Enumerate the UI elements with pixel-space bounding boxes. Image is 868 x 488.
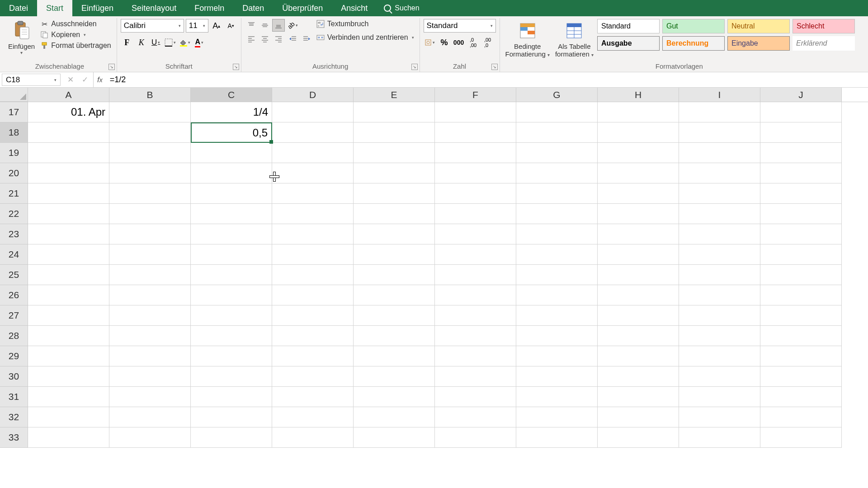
cell-D18[interactable] bbox=[272, 122, 354, 143]
cell-E24[interactable] bbox=[354, 244, 435, 265]
cell-F26[interactable] bbox=[435, 285, 516, 305]
fx-icon[interactable]: fx bbox=[94, 72, 106, 87]
cell-A29[interactable] bbox=[28, 346, 109, 366]
cell-E18[interactable] bbox=[354, 122, 435, 143]
cell-G25[interactable] bbox=[516, 265, 598, 285]
cell-H33[interactable] bbox=[598, 427, 679, 448]
font-dialog-launcher[interactable]: ↘ bbox=[233, 64, 239, 70]
cell-H29[interactable] bbox=[598, 346, 679, 366]
cell-F23[interactable] bbox=[435, 224, 516, 244]
style-gut[interactable]: Gut bbox=[662, 19, 725, 33]
cell-E28[interactable] bbox=[354, 326, 435, 346]
cut-button[interactable]: ✂ Ausschneiden bbox=[38, 19, 113, 29]
cell-B32[interactable] bbox=[109, 407, 191, 427]
cell-J31[interactable] bbox=[760, 387, 842, 407]
cell-H22[interactable] bbox=[598, 204, 679, 224]
menu-datei[interactable]: Datei bbox=[0, 0, 37, 16]
cell-J30[interactable] bbox=[760, 366, 842, 387]
number-format-combo[interactable]: Standard▾ bbox=[424, 19, 496, 33]
cell-B33[interactable] bbox=[109, 427, 191, 448]
cell-E27[interactable] bbox=[354, 305, 435, 326]
cell-H30[interactable] bbox=[598, 366, 679, 387]
cell-H19[interactable] bbox=[598, 143, 679, 163]
clipboard-dialog-launcher[interactable]: ↘ bbox=[108, 64, 115, 70]
cell-D17[interactable] bbox=[272, 102, 354, 122]
cell-A27[interactable] bbox=[28, 305, 109, 326]
cell-B19[interactable] bbox=[109, 143, 191, 163]
align-middle-button[interactable] bbox=[259, 19, 271, 32]
cell-H25[interactable] bbox=[598, 265, 679, 285]
cell-F19[interactable] bbox=[435, 143, 516, 163]
cell-H31[interactable] bbox=[598, 387, 679, 407]
row-header-18[interactable]: 18 bbox=[0, 122, 28, 143]
cell-A33[interactable] bbox=[28, 427, 109, 448]
cell-G24[interactable] bbox=[516, 244, 598, 265]
row-header-24[interactable]: 24 bbox=[0, 244, 28, 265]
cell-G26[interactable] bbox=[516, 285, 598, 305]
style-standard[interactable]: Standard bbox=[597, 19, 660, 33]
cell-E25[interactable] bbox=[354, 265, 435, 285]
shrink-font-button[interactable]: A▾ bbox=[225, 19, 237, 32]
cell-C22[interactable] bbox=[191, 204, 272, 224]
cell-G18[interactable] bbox=[516, 122, 598, 143]
cell-B28[interactable] bbox=[109, 326, 191, 346]
style-eingabe[interactable]: Eingabe bbox=[727, 36, 790, 51]
paste-button[interactable]: Einfügen ▾ bbox=[6, 19, 37, 56]
cell-I20[interactable] bbox=[679, 163, 760, 183]
col-header-J[interactable]: J bbox=[760, 88, 842, 102]
font-name-combo[interactable]: Calibri▾ bbox=[121, 19, 184, 33]
alignment-dialog-launcher[interactable]: ↘ bbox=[411, 64, 418, 70]
row-header-21[interactable]: 21 bbox=[0, 183, 28, 204]
cell-G20[interactable] bbox=[516, 163, 598, 183]
cell-F27[interactable] bbox=[435, 305, 516, 326]
menu-daten[interactable]: Daten bbox=[233, 0, 273, 16]
cell-B29[interactable] bbox=[109, 346, 191, 366]
underline-button[interactable]: U▾ bbox=[150, 36, 162, 49]
col-header-D[interactable]: D bbox=[272, 88, 354, 102]
cell-E22[interactable] bbox=[354, 204, 435, 224]
cell-C19[interactable] bbox=[191, 143, 272, 163]
cell-D30[interactable] bbox=[272, 366, 354, 387]
style-ausgabe[interactable]: Ausgabe bbox=[597, 36, 660, 51]
style-erklaerend[interactable]: Erklärend bbox=[793, 36, 855, 51]
cell-B21[interactable] bbox=[109, 183, 191, 204]
col-header-H[interactable]: H bbox=[598, 88, 679, 102]
increase-decimal-button[interactable]: ,0,00 bbox=[467, 36, 480, 49]
cell-A22[interactable] bbox=[28, 204, 109, 224]
cell-F25[interactable] bbox=[435, 265, 516, 285]
cell-D21[interactable] bbox=[272, 183, 354, 204]
cell-I22[interactable] bbox=[679, 204, 760, 224]
cell-I18[interactable] bbox=[679, 122, 760, 143]
cell-C26[interactable] bbox=[191, 285, 272, 305]
cell-E21[interactable] bbox=[354, 183, 435, 204]
cell-A24[interactable] bbox=[28, 244, 109, 265]
cell-D25[interactable] bbox=[272, 265, 354, 285]
cell-J18[interactable] bbox=[760, 122, 842, 143]
cell-J22[interactable] bbox=[760, 204, 842, 224]
cell-E19[interactable] bbox=[354, 143, 435, 163]
cell-D23[interactable] bbox=[272, 224, 354, 244]
cell-I30[interactable] bbox=[679, 366, 760, 387]
row-header-31[interactable]: 31 bbox=[0, 387, 28, 407]
align-bottom-button[interactable] bbox=[272, 19, 285, 32]
menu-ansicht[interactable]: Ansicht bbox=[332, 0, 377, 16]
cell-D31[interactable] bbox=[272, 387, 354, 407]
font-color-button[interactable]: A▾ bbox=[193, 36, 206, 49]
cell-A31[interactable] bbox=[28, 387, 109, 407]
cell-C20[interactable] bbox=[191, 163, 272, 183]
cell-D24[interactable] bbox=[272, 244, 354, 265]
cell-F31[interactable] bbox=[435, 387, 516, 407]
cell-H26[interactable] bbox=[598, 285, 679, 305]
cell-I17[interactable] bbox=[679, 102, 760, 122]
cell-E31[interactable] bbox=[354, 387, 435, 407]
col-header-A[interactable]: A bbox=[28, 88, 109, 102]
bold-button[interactable]: F bbox=[121, 36, 133, 49]
cell-G23[interactable] bbox=[516, 224, 598, 244]
cell-C29[interactable] bbox=[191, 346, 272, 366]
comma-button[interactable]: 000 bbox=[453, 36, 465, 49]
cell-I31[interactable] bbox=[679, 387, 760, 407]
cell-C31[interactable] bbox=[191, 387, 272, 407]
cell-J17[interactable] bbox=[760, 102, 842, 122]
cell-B20[interactable] bbox=[109, 163, 191, 183]
row-header-27[interactable]: 27 bbox=[0, 305, 28, 326]
